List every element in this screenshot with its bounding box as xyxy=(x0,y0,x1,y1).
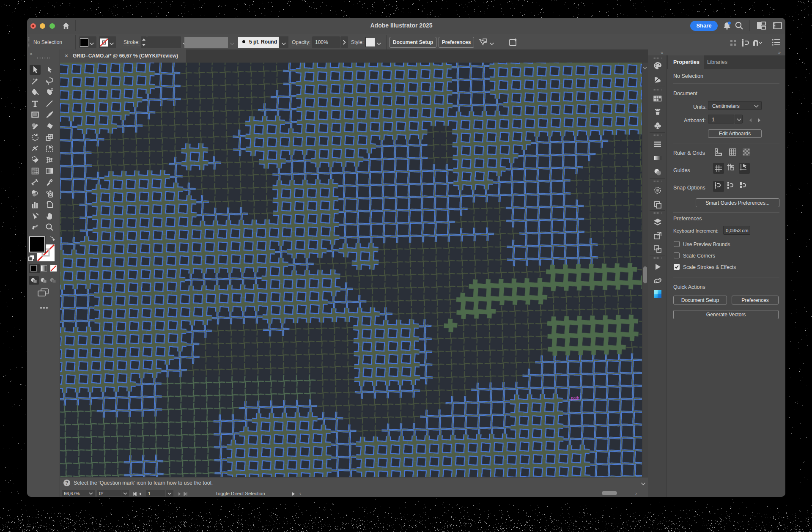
svg-text:path: path xyxy=(571,396,579,400)
